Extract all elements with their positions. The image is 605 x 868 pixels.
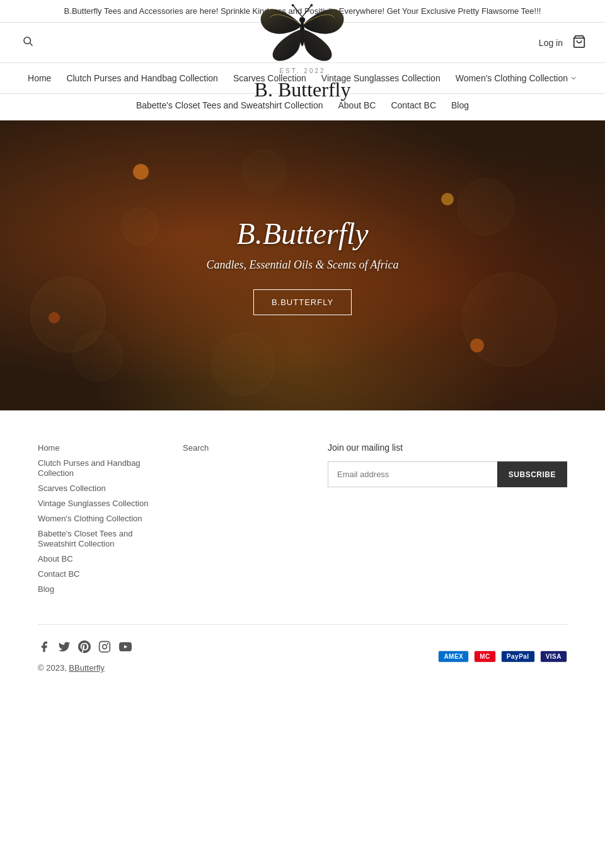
instagram-link[interactable] [98, 640, 111, 656]
list-item: Blog [38, 584, 158, 594]
list-item: Vintage Sunglasses Collection [38, 498, 158, 508]
footer-bottom: © 2023, BButterfly AMEX MC PayPal VISA [38, 624, 567, 673]
mailing-list-title: Join our mailing list [328, 443, 567, 453]
social-icons [38, 640, 132, 657]
list-item: About BC [38, 553, 158, 564]
list-item: Scarves Collection [38, 483, 158, 493]
hero-content: B.Butterfly Candles, Essential Oils & Sc… [206, 216, 398, 315]
brand-link[interactable]: BButterfly [69, 663, 104, 673]
header: EST. 2022 B. Butterfly Log in [0, 23, 605, 63]
footer-about-link[interactable]: About BC [38, 554, 73, 564]
footer-search-link[interactable]: Search [183, 443, 209, 453]
svg-point-3 [299, 17, 305, 23]
search-icon [22, 35, 33, 47]
header-left [19, 32, 37, 53]
footer-babette-link[interactable]: Babette's Closet Tees and Sweatshirt Col… [38, 529, 132, 548]
nav-contact[interactable]: Contact BC [384, 98, 442, 113]
email-input[interactable] [328, 461, 497, 487]
list-item: Search [183, 443, 302, 453]
butterfly-image [255, 0, 350, 66]
footer-contact-link[interactable]: Contact BC [38, 569, 79, 579]
hero-cta-button[interactable]: B.BUTTERFLY [253, 289, 352, 315]
footer-nav-col: Home Clutch Purses and Handbag Collectio… [38, 443, 158, 599]
svg-rect-9 [100, 642, 110, 652]
facebook-link[interactable] [38, 640, 50, 656]
copyright-text: © 2023, BButterfly [38, 663, 132, 673]
mastercard-badge: MC [474, 651, 496, 663]
youtube-icon [118, 640, 132, 654]
cart-link[interactable] [572, 35, 586, 50]
search-button[interactable] [19, 32, 37, 53]
pinterest-link[interactable] [78, 640, 91, 656]
twitter-icon [58, 640, 71, 653]
svg-point-7 [311, 4, 313, 7]
list-item: Contact BC [38, 569, 158, 579]
hero-title: B.Butterfly [206, 216, 398, 251]
list-item: Home [38, 443, 158, 453]
footer: Home Clutch Purses and Handbag Collectio… [0, 410, 605, 692]
footer-blog-link[interactable]: Blog [38, 584, 54, 594]
chevron-down-icon [570, 74, 577, 82]
svg-line-4 [294, 6, 302, 17]
site-logo[interactable]: EST. 2022 B. Butterfly [255, 0, 351, 101]
svg-line-1 [30, 43, 33, 46]
header-right: Log in [539, 35, 586, 50]
hero-subtitle: Candles, Essential Oils & Scents of Afri… [206, 258, 398, 272]
login-link[interactable]: Log in [539, 38, 563, 48]
footer-search-list: Search [183, 443, 302, 453]
nav-home[interactable]: Home [21, 71, 57, 86]
youtube-link[interactable] [118, 640, 132, 657]
twitter-link[interactable] [58, 640, 71, 656]
cart-icon [572, 35, 586, 49]
hero-section: B.Butterfly Candles, Essential Oils & Sc… [0, 120, 605, 410]
footer-scarves-link[interactable]: Scarves Collection [38, 483, 106, 493]
list-item: Women's Clothing Collection [38, 513, 158, 523]
email-signup-form: SUBSCRIBE [328, 461, 567, 487]
nav-clutch[interactable]: Clutch Purses and Handbag Collection [60, 71, 224, 86]
nav-blog[interactable]: Blog [445, 98, 475, 113]
instagram-icon [98, 640, 111, 653]
footer-search-col: Search [183, 443, 302, 599]
footer-nav-list: Home Clutch Purses and Handbag Collectio… [38, 443, 158, 594]
logo-est: EST. 2022 [255, 67, 351, 74]
amex-badge: AMEX [438, 651, 469, 663]
footer-sunglasses-link[interactable]: Vintage Sunglasses Collection [38, 499, 148, 508]
svg-point-10 [103, 645, 107, 649]
footer-mailing-col: Join our mailing list SUBSCRIBE [328, 443, 567, 599]
paypal-badge: PayPal [501, 651, 535, 663]
svg-point-0 [24, 37, 31, 44]
list-item: Babette's Closet Tees and Sweatshirt Col… [38, 528, 158, 548]
nav-womens-dropdown[interactable]: Women's Clothing Collection [449, 71, 584, 86]
footer-home-link[interactable]: Home [38, 443, 60, 453]
logo-text: B. Butterfly [255, 78, 351, 101]
footer-clutch-link[interactable]: Clutch Purses and Handbag Collection [38, 458, 141, 478]
payment-icons: AMEX MC PayPal VISA [438, 651, 567, 663]
svg-point-5 [292, 4, 294, 7]
facebook-icon [38, 640, 50, 653]
subscribe-button[interactable]: SUBSCRIBE [497, 461, 567, 487]
footer-womens-link[interactable]: Women's Clothing Collection [38, 514, 142, 523]
visa-badge: VISA [540, 651, 567, 663]
svg-line-6 [302, 6, 311, 17]
list-item: Clutch Purses and Handbag Collection [38, 458, 158, 478]
pinterest-icon [78, 640, 91, 653]
